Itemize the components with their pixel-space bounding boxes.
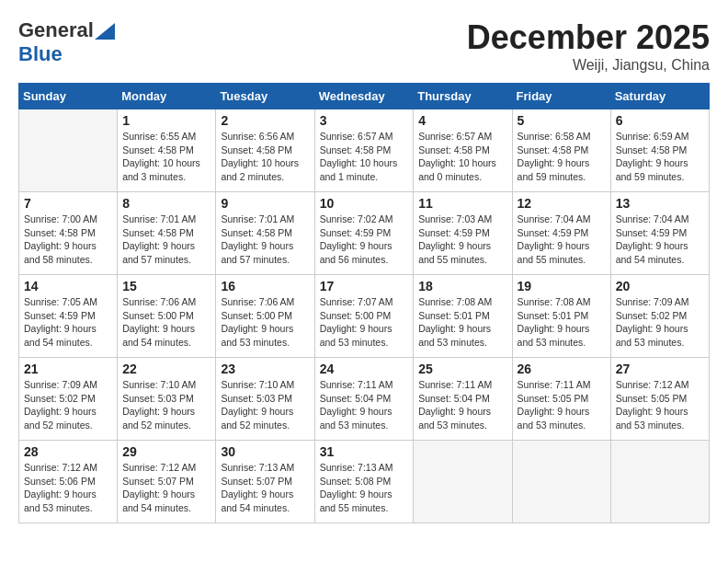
day-info: Sunrise: 6:57 AMSunset: 4:58 PMDaylight:…: [320, 130, 409, 184]
day-number: 18: [418, 279, 506, 293]
calendar-cell: 2Sunrise: 6:56 AMSunset: 4:58 PMDaylight…: [216, 109, 314, 192]
day-info: Sunrise: 7:04 AMSunset: 4:59 PMDaylight:…: [518, 213, 606, 267]
col-friday: Friday: [512, 84, 610, 109]
col-sunday: Sunday: [19, 84, 118, 109]
day-info: Sunrise: 7:10 AMSunset: 5:03 PMDaylight:…: [122, 378, 210, 432]
day-number: 12: [518, 196, 606, 211]
calendar-cell: 23Sunrise: 7:10 AMSunset: 5:03 PMDayligh…: [216, 358, 314, 441]
calendar-cell: 26Sunrise: 7:11 AMSunset: 5:05 PMDayligh…: [512, 358, 610, 441]
calendar-cell: 4Sunrise: 6:57 AMSunset: 4:58 PMDaylight…: [414, 109, 512, 192]
day-number: 11: [418, 196, 506, 211]
day-info: Sunrise: 7:11 AMSunset: 5:04 PMDaylight:…: [418, 378, 506, 432]
day-number: 13: [616, 196, 704, 211]
calendar-cell: 25Sunrise: 7:11 AMSunset: 5:04 PMDayligh…: [414, 358, 512, 441]
day-info: Sunrise: 7:07 AMSunset: 5:00 PMDaylight:…: [320, 295, 409, 350]
col-wednesday: Wednesday: [314, 84, 414, 109]
day-number: 21: [24, 362, 112, 376]
calendar-cell: [414, 441, 512, 523]
day-number: 15: [122, 279, 210, 293]
day-number: 19: [518, 279, 606, 293]
day-number: 25: [418, 362, 506, 376]
day-number: 14: [24, 279, 112, 293]
page-header: General Blue December 2025 Weiji, Jiangs…: [18, 18, 710, 74]
calendar-header-row: Sunday Monday Tuesday Wednesday Thursday…: [19, 84, 710, 109]
calendar-cell: 12Sunrise: 7:04 AMSunset: 4:59 PMDayligh…: [512, 192, 610, 275]
day-info: Sunrise: 7:06 AMSunset: 5:00 PMDaylight:…: [221, 295, 309, 350]
logo: General Blue: [18, 18, 115, 66]
day-info: Sunrise: 7:11 AMSunset: 5:04 PMDaylight:…: [320, 378, 409, 432]
calendar-week-row: 28Sunrise: 7:12 AMSunset: 5:06 PMDayligh…: [19, 441, 710, 523]
calendar-table: Sunday Monday Tuesday Wednesday Thursday…: [18, 83, 710, 523]
day-info: Sunrise: 6:56 AMSunset: 4:58 PMDaylight:…: [221, 130, 309, 184]
calendar-cell: 22Sunrise: 7:10 AMSunset: 5:03 PMDayligh…: [118, 358, 216, 441]
calendar-cell: 6Sunrise: 6:59 AMSunset: 4:58 PMDaylight…: [610, 109, 709, 192]
calendar-week-row: 7Sunrise: 7:00 AMSunset: 4:58 PMDaylight…: [19, 192, 710, 275]
calendar-cell: 16Sunrise: 7:06 AMSunset: 5:00 PMDayligh…: [216, 275, 314, 358]
col-tuesday: Tuesday: [216, 84, 314, 109]
day-number: 1: [122, 113, 210, 128]
logo-blue: Blue: [18, 42, 63, 65]
calendar-cell: 17Sunrise: 7:07 AMSunset: 5:00 PMDayligh…: [314, 275, 414, 358]
day-info: Sunrise: 7:06 AMSunset: 5:00 PMDaylight:…: [122, 295, 210, 350]
day-info: Sunrise: 7:12 AMSunset: 5:06 PMDaylight:…: [24, 461, 112, 515]
calendar-week-row: 21Sunrise: 7:09 AMSunset: 5:02 PMDayligh…: [19, 358, 710, 441]
day-info: Sunrise: 7:08 AMSunset: 5:01 PMDaylight:…: [418, 295, 506, 350]
day-info: Sunrise: 7:00 AMSunset: 4:58 PMDaylight:…: [24, 213, 112, 267]
day-info: Sunrise: 6:57 AMSunset: 4:58 PMDaylight:…: [418, 130, 506, 184]
day-info: Sunrise: 7:13 AMSunset: 5:07 PMDaylight:…: [221, 461, 309, 515]
day-info: Sunrise: 7:01 AMSunset: 4:58 PMDaylight:…: [122, 213, 210, 267]
calendar-cell: 10Sunrise: 7:02 AMSunset: 4:59 PMDayligh…: [314, 192, 414, 275]
day-info: Sunrise: 7:01 AMSunset: 4:58 PMDaylight:…: [221, 213, 309, 267]
calendar-cell: 27Sunrise: 7:12 AMSunset: 5:05 PMDayligh…: [610, 358, 709, 441]
day-info: Sunrise: 6:55 AMSunset: 4:58 PMDaylight:…: [122, 130, 210, 184]
calendar-week-row: 14Sunrise: 7:05 AMSunset: 4:59 PMDayligh…: [19, 275, 710, 358]
day-info: Sunrise: 7:13 AMSunset: 5:08 PMDaylight:…: [320, 461, 409, 515]
day-number: 17: [320, 279, 409, 293]
calendar-cell: 24Sunrise: 7:11 AMSunset: 5:04 PMDayligh…: [314, 358, 414, 441]
calendar-cell: 30Sunrise: 7:13 AMSunset: 5:07 PMDayligh…: [216, 441, 314, 523]
day-info: Sunrise: 6:58 AMSunset: 4:58 PMDaylight:…: [518, 130, 606, 184]
day-number: 4: [418, 113, 506, 128]
day-number: 6: [616, 113, 704, 128]
day-info: Sunrise: 7:02 AMSunset: 4:59 PMDaylight:…: [320, 213, 409, 267]
location: Weiji, Jiangsu, China: [467, 57, 710, 74]
col-saturday: Saturday: [610, 84, 709, 109]
day-info: Sunrise: 7:03 AMSunset: 4:59 PMDaylight:…: [418, 213, 506, 267]
day-number: 8: [122, 196, 210, 211]
day-info: Sunrise: 7:04 AMSunset: 4:59 PMDaylight:…: [616, 213, 704, 267]
calendar-cell: [610, 441, 709, 523]
day-number: 2: [221, 113, 309, 128]
calendar-cell: 18Sunrise: 7:08 AMSunset: 5:01 PMDayligh…: [414, 275, 512, 358]
day-number: 5: [518, 113, 606, 128]
day-number: 27: [616, 362, 704, 376]
day-number: 31: [320, 444, 409, 459]
calendar-cell: [512, 441, 610, 523]
day-number: 24: [320, 362, 409, 376]
day-number: 22: [122, 362, 210, 376]
day-number: 23: [221, 362, 309, 376]
day-info: Sunrise: 7:10 AMSunset: 5:03 PMDaylight:…: [221, 378, 309, 432]
calendar-cell: 31Sunrise: 7:13 AMSunset: 5:08 PMDayligh…: [314, 441, 414, 523]
calendar-cell: 15Sunrise: 7:06 AMSunset: 5:00 PMDayligh…: [118, 275, 216, 358]
day-number: 10: [320, 196, 409, 211]
calendar-cell: 7Sunrise: 7:00 AMSunset: 4:58 PMDaylight…: [19, 192, 118, 275]
day-info: Sunrise: 7:08 AMSunset: 5:01 PMDaylight:…: [518, 295, 606, 350]
day-number: 29: [122, 444, 210, 459]
calendar-cell: 29Sunrise: 7:12 AMSunset: 5:07 PMDayligh…: [118, 441, 216, 523]
day-number: 28: [24, 444, 112, 459]
calendar-cell: 11Sunrise: 7:03 AMSunset: 4:59 PMDayligh…: [414, 192, 512, 275]
day-info: Sunrise: 6:59 AMSunset: 4:58 PMDaylight:…: [616, 130, 704, 184]
day-number: 20: [616, 279, 704, 293]
calendar-cell: 28Sunrise: 7:12 AMSunset: 5:06 PMDayligh…: [19, 441, 118, 523]
calendar-cell: 13Sunrise: 7:04 AMSunset: 4:59 PMDayligh…: [610, 192, 709, 275]
calendar-cell: 14Sunrise: 7:05 AMSunset: 4:59 PMDayligh…: [19, 275, 118, 358]
day-number: 16: [221, 279, 309, 293]
day-number: 30: [221, 444, 309, 459]
day-info: Sunrise: 7:12 AMSunset: 5:07 PMDaylight:…: [122, 461, 210, 515]
svg-marker-0: [95, 23, 115, 40]
logo-bird-icon: [95, 23, 115, 40]
logo-general: General: [18, 18, 94, 42]
calendar-cell: 20Sunrise: 7:09 AMSunset: 5:02 PMDayligh…: [610, 275, 709, 358]
calendar-cell: 5Sunrise: 6:58 AMSunset: 4:58 PMDaylight…: [512, 109, 610, 192]
day-number: 9: [221, 196, 309, 211]
